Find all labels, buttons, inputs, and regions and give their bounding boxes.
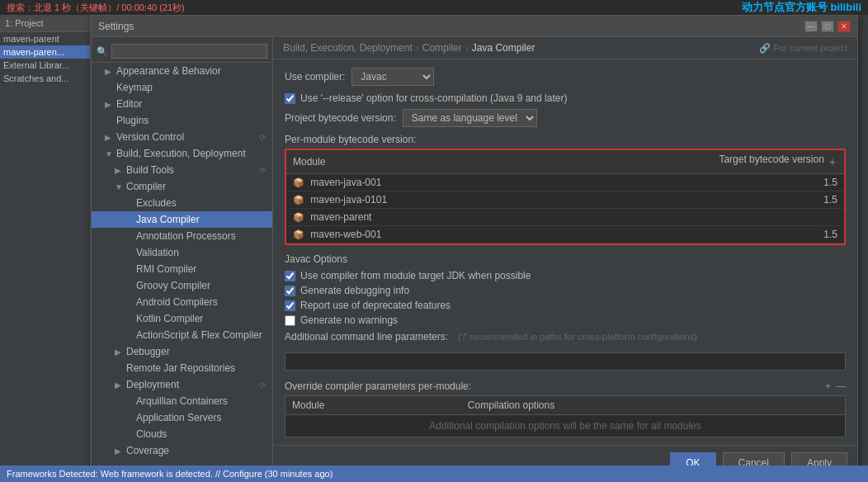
override-section: Override compiler parameters per-module:…	[285, 380, 846, 437]
add-override-button[interactable]: +	[825, 380, 831, 392]
tree-arrow: ▶	[105, 67, 113, 76]
sidebar-item-plugins[interactable]: Plugins	[92, 112, 272, 129]
minimize-button[interactable]: —	[804, 21, 818, 32]
tree-arrow: ▼	[115, 182, 123, 191]
sidebar-item-app-servers[interactable]: Application Servers	[92, 409, 272, 426]
override-table: Module Compilation options Additional co…	[285, 395, 846, 437]
sidebar-item-arquillian[interactable]: Arquillian Containers	[92, 393, 272, 409]
sidebar-item-android[interactable]: Android Compilers	[92, 294, 272, 310]
sidebar-label: Appearance & Behavior	[116, 65, 221, 77]
cmd-input[interactable]	[285, 352, 846, 371]
bytecode-row: Project bytecode version: Same as langua…	[285, 109, 846, 127]
sidebar-item-excludes[interactable]: Excludes	[92, 195, 272, 211]
sidebar-label: Clouds	[136, 428, 167, 440]
per-module-label: Per-module bytecode version:	[285, 134, 846, 145]
tree-arrow	[125, 397, 133, 406]
sidebar-item-validation[interactable]: Validation	[92, 244, 272, 261]
module-icon: 📦	[293, 212, 304, 222]
tree-arrow	[125, 314, 133, 324]
sidebar-item-debugger[interactable]: ▶ Debugger	[92, 343, 272, 360]
tree-arrow	[125, 430, 133, 439]
sidebar-item-java-compiler[interactable]: Java Compiler	[92, 211, 272, 228]
cross-compile-checkbox[interactable]	[285, 93, 295, 104]
cross-compile-label: Use '--release' option for cross-compila…	[300, 92, 567, 104]
add-module-button[interactable]: +	[824, 154, 841, 170]
tree-arrow	[125, 232, 133, 241]
title-bar: Settings — □ ✕	[92, 16, 857, 37]
search-box: 🔍	[92, 40, 272, 63]
tree-arrow: ▶	[115, 447, 123, 456]
sync-icon: ⟳	[259, 380, 266, 390]
project-item-ext[interactable]: External Librar...	[0, 59, 90, 72]
sidebar-item-editor[interactable]: ▶ Editor	[92, 96, 272, 112]
generate-no-warnings-label: Generate no warnings	[300, 314, 398, 326]
sidebar-item-build-tools[interactable]: ▶ Build Tools ⟳	[92, 162, 272, 178]
sidebar-item-rmi[interactable]: RMI Compiler	[92, 261, 272, 277]
use-module-target-checkbox[interactable]	[285, 271, 295, 281]
tree-arrow	[125, 281, 133, 291]
sidebar-item-groovy[interactable]: Groovy Compiler	[92, 277, 272, 294]
tree-arrow	[115, 364, 123, 373]
use-compiler-row: Use compiler: Javac Eclipse Ajc	[285, 68, 846, 86]
module-name: 📦 maven-parent	[286, 209, 537, 226]
sidebar-label: Excludes	[136, 197, 177, 209]
sidebar-label: Groovy Compiler	[136, 280, 210, 291]
module-name: 📦 maven-java-001	[286, 174, 537, 191]
sidebar-label: Java Compiler	[136, 214, 200, 225]
for-project-label: 🔗 For current project	[759, 43, 847, 54]
project-item-scratch[interactable]: Scratches and...	[0, 72, 90, 85]
project-item-selected[interactable]: maven-paren...	[0, 45, 90, 59]
sidebar-item-keymap[interactable]: Keymap	[92, 79, 272, 96]
use-module-target-row: Use compiler from module target JDK when…	[285, 270, 846, 281]
close-button[interactable]: ✕	[837, 21, 851, 32]
breadcrumb-item-2: Compiler	[422, 42, 462, 54]
module-version: 1.5	[537, 226, 844, 243]
bytecode-select[interactable]: Same as language level 1.51.61.71.81117	[403, 109, 537, 127]
sidebar-item-coverage[interactable]: ▶ Coverage	[92, 442, 272, 459]
module-icon: 📦	[293, 195, 304, 205]
report-deprecated-row: Report use of deprecated features	[285, 300, 846, 311]
module-icon: 📦	[293, 177, 304, 187]
module-version: 1.5	[537, 191, 844, 209]
search-input[interactable]	[111, 44, 267, 59]
sidebar-label: Plugins	[116, 115, 149, 126]
remove-override-button[interactable]: —	[836, 380, 846, 392]
tree-arrow	[125, 199, 133, 208]
sidebar-item-version-control[interactable]: ▶ Version Control ⟳	[92, 129, 272, 145]
sync-icon: ⟳	[259, 133, 266, 142]
tree-arrow	[125, 331, 133, 340]
col-header-module: Module	[286, 150, 537, 174]
status-text: Frameworks Detected: Web framework is de…	[7, 469, 333, 479]
override-col-module: Module	[285, 396, 461, 415]
sidebar-item-deployment[interactable]: ▶ Deployment ⟳	[92, 376, 272, 393]
sidebar-item-build[interactable]: ▼ Build, Execution, Deployment	[92, 145, 272, 162]
cmd-hint: ('/' recommended in paths for cross-plat…	[458, 332, 697, 342]
module-name: 📦 maven-java-0101	[286, 191, 537, 209]
breadcrumb-current: Java Compiler	[472, 42, 535, 54]
search-icon: 🔍	[97, 46, 108, 57]
sidebar-item-clouds[interactable]: Clouds	[92, 426, 272, 442]
report-deprecated-checkbox[interactable]	[285, 300, 295, 311]
top-search-label: 搜索：北退 1 秒（关键帧）/ 00:00:40 (21秒)	[7, 2, 185, 14]
cmd-row: Additional command line parameters: ('/'…	[285, 331, 846, 343]
breadcrumb-sep-2: ›	[465, 42, 469, 54]
sidebar-item-remote-jar[interactable]: Remote Jar Repositories	[92, 360, 272, 376]
sidebar-item-compiler[interactable]: ▼ Compiler	[92, 178, 272, 195]
generate-no-warnings-checkbox[interactable]	[285, 315, 295, 326]
use-compiler-select[interactable]: Javac Eclipse Ajc	[351, 68, 434, 86]
sidebar-item-kotlin[interactable]: Kotlin Compiler	[92, 310, 272, 327]
project-item[interactable]: maven-parent	[0, 32, 90, 45]
sidebar-item-annotation[interactable]: Annotation Processors	[92, 228, 272, 244]
maximize-button[interactable]: □	[821, 21, 834, 32]
sidebar-label: Build Tools	[126, 164, 174, 176]
generate-debug-checkbox[interactable]	[285, 286, 295, 296]
status-bar: Frameworks Detected: Web framework is de…	[0, 465, 868, 482]
javac-options-title: Javac Options	[285, 253, 846, 265]
sidebar-label: RMI Compiler	[136, 263, 196, 275]
module-version	[537, 209, 844, 226]
sidebar-label: Validation	[136, 247, 179, 258]
sidebar-item-appearance[interactable]: ▶ Appearance & Behavior	[92, 63, 272, 79]
settings-sidebar: 🔍 ▶ Appearance & Behavior Keymap ▶ Edito…	[92, 37, 273, 480]
breadcrumb: Build, Execution, Deployment › Compiler …	[273, 37, 857, 59]
sidebar-item-actionscript[interactable]: ActionScript & Flex Compiler	[92, 327, 272, 343]
